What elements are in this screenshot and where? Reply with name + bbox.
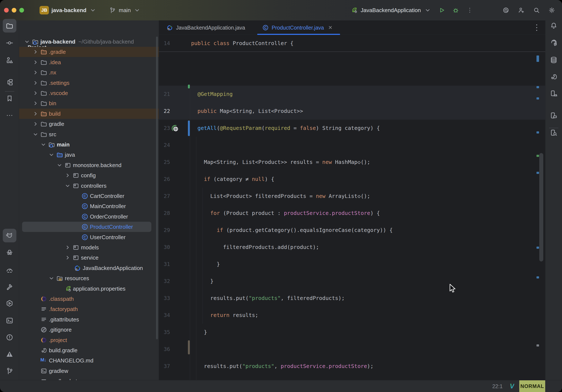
- debug-icon[interactable]: [451, 6, 460, 14]
- editor-scrollbar[interactable]: [539, 153, 543, 261]
- tree-item-.classpath[interactable]: .classpath: [19, 294, 159, 304]
- error-stripe-mark[interactable]: [537, 56, 539, 62]
- request-mapping-globe-icon[interactable]: [171, 124, 179, 132]
- tree-item-.vscode[interactable]: .vscode: [19, 88, 159, 98]
- tree-item-.gitattributes[interactable]: .gitattributes: [19, 314, 159, 325]
- code-line-37[interactable]: 37results.put("products", productService…: [159, 358, 545, 375]
- code-line-30[interactable]: 30filteredProducts.add(product);: [159, 239, 545, 256]
- code-line-32[interactable]: 32}: [159, 273, 545, 290]
- chevron-right-icon[interactable]: [64, 254, 71, 261]
- device-explorer-search-icon[interactable]: [547, 126, 561, 140]
- vcs-whitespace-marker[interactable]: [188, 340, 190, 354]
- error-stripe-mark[interactable]: [537, 86, 539, 88]
- code-line-28[interactable]: 28for (Product product : productService.…: [159, 205, 545, 222]
- cat-plugin-icon[interactable]: [3, 229, 16, 242]
- editor-area[interactable]: JavaBackendApplication.javaCProductContr…: [159, 20, 545, 380]
- project-avatar[interactable]: JB: [40, 6, 49, 14]
- ai-assistant-icon[interactable]: [502, 6, 510, 14]
- error-stripe-mark[interactable]: [537, 155, 539, 157]
- tree-item-service[interactable]: service: [19, 252, 159, 263]
- caret-position-widget[interactable]: 22:1: [492, 380, 503, 392]
- more-vertical-icon[interactable]: [466, 6, 474, 14]
- chevron-down-icon[interactable]: [40, 141, 47, 148]
- ai-chat-icon[interactable]: [547, 36, 561, 50]
- terminal-icon[interactable]: [3, 314, 16, 327]
- ideavim-icon[interactable]: V: [510, 380, 514, 392]
- tree-item-UserController[interactable]: CUserController: [19, 232, 159, 243]
- chevron-right-icon[interactable]: [64, 172, 71, 178]
- tree-item-gradlew.bat[interactable]: gradlew.bat: [19, 376, 159, 380]
- more-horizontal-icon[interactable]: [3, 109, 16, 122]
- plugins-shapes-icon[interactable]: [3, 53, 16, 67]
- commit-icon[interactable]: [3, 36, 16, 50]
- code-line-34[interactable]: 34return results;: [159, 307, 545, 324]
- sticky-header-line[interactable]: 14 public class ProductController {: [159, 35, 545, 52]
- branch-selector[interactable]: main: [108, 6, 141, 14]
- error-stripe-mark[interactable]: [537, 276, 539, 278]
- tree-item-MainController[interactable]: CMainController: [19, 201, 159, 212]
- tree-item-JavaBackendApplication[interactable]: JavaBackendApplication: [19, 263, 159, 273]
- tab-ProductController.java[interactable]: CProductController.java✕: [257, 20, 340, 35]
- run-configuration-selector[interactable]: JavaBackendApplication: [350, 6, 432, 14]
- chevron-down-icon[interactable]: [48, 152, 55, 158]
- tree-item-monostore.backend[interactable]: monostore.backend: [19, 160, 159, 170]
- chevron-down-icon[interactable]: [56, 162, 63, 168]
- gradle-elephant-icon[interactable]: [547, 70, 561, 83]
- code-line-21[interactable]: 21@GetMapping: [159, 86, 545, 103]
- tree-item-.factorypath[interactable]: .factorypath: [19, 304, 159, 314]
- tree-item-build[interactable]: build: [19, 109, 159, 119]
- tree-item-application.properties[interactable]: application.properties: [19, 284, 159, 294]
- version-control-branch-icon[interactable]: [3, 364, 16, 378]
- tree-item-java-backend[interactable]: java-backend~/Github/java-backend: [19, 36, 159, 47]
- tree-item-.gradle[interactable]: .gradle: [19, 47, 159, 57]
- tree-item-config[interactable]: config: [19, 170, 159, 181]
- chevron-right-icon[interactable]: [64, 244, 71, 251]
- chevron-right-icon[interactable]: [32, 121, 39, 127]
- structure-icon[interactable]: [3, 75, 16, 89]
- incognito-icon[interactable]: [3, 245, 16, 259]
- error-stripe-mark[interactable]: [537, 97, 539, 99]
- project-folder-icon[interactable]: [3, 19, 16, 33]
- close-tab-icon[interactable]: ✕: [328, 25, 332, 31]
- zoom-window-button[interactable]: [19, 8, 24, 12]
- tab-JavaBackendApplication.java[interactable]: JavaBackendApplication.java: [162, 20, 253, 35]
- tree-item-bin[interactable]: bin: [19, 98, 159, 109]
- search-icon[interactable]: [532, 6, 541, 14]
- tree-item-.nx[interactable]: .nx: [19, 67, 159, 78]
- tree-item-CartController[interactable]: CCartController: [19, 191, 159, 201]
- tree-item-CHANGELOG.md[interactable]: M↓CHANGELOG.md: [19, 356, 159, 366]
- code-line-23[interactable]: 23getAll(@RequestParam(required = false)…: [159, 120, 545, 137]
- code-line-35[interactable]: 35}: [159, 324, 545, 341]
- run-icon[interactable]: [437, 6, 446, 14]
- chevron-right-icon[interactable]: [32, 110, 39, 117]
- code-line-24[interactable]: 24: [159, 137, 545, 154]
- line-number[interactable]: 24: [159, 137, 170, 154]
- code-line-26[interactable]: 26if (category ≠ null) {: [159, 171, 545, 188]
- chevron-down-icon[interactable]: [64, 183, 71, 189]
- vcs-added-marker[interactable]: [188, 85, 190, 88]
- project-panel-scrollbar[interactable]: [156, 36, 158, 339]
- chevron-down-icon[interactable]: [48, 275, 55, 282]
- tree-item-OrderController[interactable]: COrderController: [19, 212, 159, 222]
- build-hammer-icon[interactable]: [3, 280, 16, 294]
- device-manager-android-icon[interactable]: [547, 87, 561, 100]
- tree-item-models[interactable]: models: [19, 242, 159, 253]
- chevron-right-icon[interactable]: [32, 90, 39, 96]
- chevron-right-icon[interactable]: [32, 69, 39, 76]
- tree-item-controllers[interactable]: controllers: [19, 181, 159, 191]
- tree-item-.idea[interactable]: .idea: [19, 57, 159, 68]
- tree-item-java[interactable]: java: [19, 150, 159, 160]
- settings-gear-icon[interactable]: [548, 6, 556, 14]
- code-line-27[interactable]: 27List<Product> filteredProducts = new A…: [159, 188, 545, 205]
- chevron-right-icon[interactable]: [32, 100, 39, 107]
- tree-item-.project[interactable]: .project: [19, 335, 159, 345]
- error-stripe-mark[interactable]: [537, 172, 539, 174]
- tree-item-gradle[interactable]: gradle: [19, 119, 159, 129]
- line-number[interactable]: 36: [159, 341, 170, 358]
- vcs-caret-line-marker[interactable]: [188, 120, 190, 136]
- chevron-down-icon[interactable]: [24, 38, 30, 45]
- profiler-gauge-icon[interactable]: [3, 263, 16, 277]
- close-window-button[interactable]: [4, 8, 9, 12]
- code-line-25[interactable]: 25Map<String, List<Product>> results = n…: [159, 154, 545, 171]
- chevron-down-icon[interactable]: [32, 131, 39, 138]
